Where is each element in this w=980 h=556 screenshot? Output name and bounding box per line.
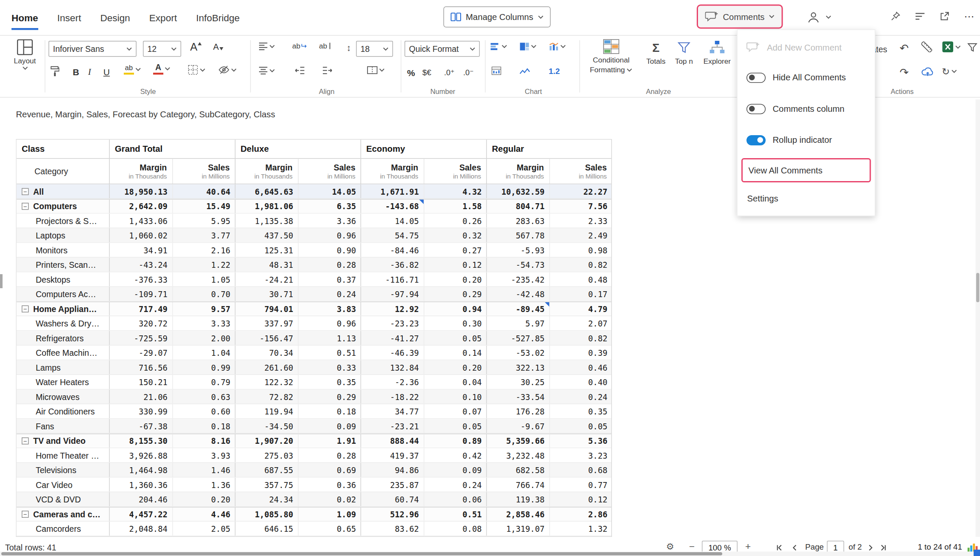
cell-tv-and-video-1[interactable]: 8.16 bbox=[172, 434, 235, 448]
decrease-decimal-button[interactable]: .0⁻ bbox=[463, 66, 474, 79]
row-label-vcd-dvd[interactable]: VCD & DVD bbox=[17, 492, 109, 506]
cell-computers-4[interactable]: -143.68 bbox=[361, 200, 424, 213]
column-group-economy[interactable]: Economy bbox=[361, 140, 487, 159]
cell-cameras-and-c-3[interactable]: 1.09 bbox=[298, 508, 361, 521]
conditional-formatting-button[interactable]: Conditional Formatting bbox=[587, 38, 635, 74]
cell-computers-6[interactable]: 804.71 bbox=[486, 200, 549, 213]
cell-tv-and-video-3[interactable]: 1.91 bbox=[298, 434, 361, 448]
toggle-comments-column[interactable] bbox=[746, 104, 766, 114]
cell-all-6[interactable]: 10,632.59 bbox=[486, 184, 549, 199]
more-options-icon[interactable]: ⋯ bbox=[964, 12, 974, 21]
cell-projectors-s-5[interactable]: 0.26 bbox=[423, 214, 486, 228]
cell-car-video-5[interactable]: 0.24 bbox=[423, 478, 486, 492]
cell-home-applian-3[interactable]: 3.83 bbox=[298, 302, 361, 316]
cell-televisions-6[interactable]: 682.58 bbox=[486, 463, 549, 477]
comments-button[interactable]: Comments bbox=[697, 5, 783, 29]
cell-lamps-3[interactable]: 0.33 bbox=[298, 360, 361, 374]
redo-icon[interactable]: ↷ bbox=[900, 66, 909, 79]
cell-washers-dry-6[interactable]: 5.97 bbox=[486, 316, 549, 330]
horizontal-align-button[interactable] bbox=[259, 42, 275, 51]
cell-laptops-4[interactable]: 54.75 bbox=[361, 228, 424, 242]
cell-computers-7[interactable]: 7.56 bbox=[549, 200, 612, 213]
collapse-icon[interactable]: − bbox=[22, 437, 29, 445]
undo-icon[interactable]: ↶ bbox=[900, 42, 909, 55]
merge-cells-button[interactable] bbox=[367, 66, 385, 75]
cell-water-heaters-3[interactable]: 0.35 bbox=[298, 375, 361, 389]
cell-fans-7[interactable]: 0.05 bbox=[549, 419, 612, 433]
measure-header-regular-margin[interactable]: Marginin Thousands bbox=[486, 159, 549, 184]
zoom-in-button[interactable]: + bbox=[745, 541, 751, 552]
cell-lamps-5[interactable]: 0.20 bbox=[423, 360, 486, 374]
cell-washers-dry-4[interactable]: -23.23 bbox=[361, 316, 424, 330]
cell-car-video-1[interactable]: 1.36 bbox=[172, 478, 235, 492]
bold-button[interactable]: B bbox=[73, 66, 79, 79]
comments-menu-item-view-all-comments[interactable]: View All Comments bbox=[738, 156, 875, 185]
cell-water-heaters-1[interactable]: 0.79 bbox=[172, 375, 235, 389]
cell-printers-scan-4[interactable]: -36.82 bbox=[361, 258, 424, 272]
sort-lines-icon[interactable] bbox=[915, 12, 925, 21]
cell-cameras-and-c-0[interactable]: 4,457.22 bbox=[109, 508, 172, 521]
cell-washers-dry-7[interactable]: 2.07 bbox=[549, 316, 612, 330]
row-dimension-header[interactable]: Category bbox=[17, 159, 109, 184]
cell-microwaves-0[interactable]: 21.06 bbox=[109, 390, 172, 404]
cell-desktops-3[interactable]: 0.37 bbox=[298, 272, 361, 287]
pin-icon[interactable] bbox=[891, 11, 900, 21]
cell-televisions-5[interactable]: 0.09 bbox=[423, 463, 486, 477]
cell-air-conditioners-7[interactable]: 0.35 bbox=[549, 404, 612, 418]
cell-monitors-0[interactable]: 34.91 bbox=[109, 243, 172, 257]
cell-air-conditioners-4[interactable]: 34.77 bbox=[361, 404, 424, 418]
row-label-car-video[interactable]: Car Video bbox=[17, 478, 109, 492]
column-group-regular[interactable]: Regular bbox=[486, 140, 612, 159]
cell-vcd-dvd-5[interactable]: 0.06 bbox=[423, 492, 486, 506]
cell-televisions-2[interactable]: 687.55 bbox=[235, 463, 298, 477]
cell-vcd-dvd-0[interactable]: 204.46 bbox=[109, 492, 172, 506]
cell-all-0[interactable]: 18,950.13 bbox=[109, 184, 172, 199]
cell-microwaves-2[interactable]: 72.82 bbox=[235, 390, 298, 404]
layout-button[interactable]: Layout bbox=[10, 39, 40, 71]
row-label-fans[interactable]: Fans bbox=[17, 419, 109, 433]
menu-tab-design[interactable]: Design bbox=[100, 0, 130, 36]
cell-fans-0[interactable]: -67.38 bbox=[109, 419, 172, 433]
cell-cameras-and-c-6[interactable]: 2,858.46 bbox=[486, 508, 549, 521]
row-label-cameras-and-c[interactable]: −Cameras and c… bbox=[17, 508, 109, 521]
cell-printers-scan-2[interactable]: 48.31 bbox=[235, 258, 298, 272]
cell-washers-dry-1[interactable]: 3.33 bbox=[172, 316, 235, 330]
toggle-hide-all-comments[interactable] bbox=[746, 72, 766, 82]
cell-computers-ac-7[interactable]: 0.17 bbox=[549, 287, 612, 301]
cell-air-conditioners-5[interactable]: 0.07 bbox=[423, 404, 486, 418]
font-color-button[interactable]: A bbox=[153, 63, 171, 75]
increase-font-button[interactable]: A bbox=[190, 42, 202, 53]
menu-tab-insert[interactable]: Insert bbox=[57, 0, 81, 36]
row-height-select[interactable]: 18 bbox=[356, 41, 393, 57]
cell-lamps-0[interactable]: 716.56 bbox=[109, 360, 172, 374]
measure-header-deluxe-sales[interactable]: Salesin Millions bbox=[298, 159, 361, 184]
cell-desktops-4[interactable]: -116.71 bbox=[361, 272, 424, 287]
cell-televisions-1[interactable]: 1.46 bbox=[172, 463, 235, 477]
cell-refrigerators-6[interactable]: -527.85 bbox=[486, 331, 549, 345]
row-label-washers-dry[interactable]: Washers & Dry… bbox=[17, 316, 109, 330]
cell-camcorders-4[interactable]: 83.62 bbox=[361, 522, 424, 536]
cell-monitors-2[interactable]: 125.31 bbox=[235, 243, 298, 257]
cell-air-conditioners-6[interactable]: 176.28 bbox=[486, 404, 549, 418]
menu-tab-infobridge[interactable]: InfoBridge bbox=[196, 0, 240, 36]
cell-projectors-s-2[interactable]: 1,135.38 bbox=[235, 214, 298, 228]
collapse-icon[interactable]: − bbox=[22, 306, 29, 313]
cell-desktops-6[interactable]: -235.42 bbox=[486, 272, 549, 287]
cell-lamps-6[interactable]: 322.13 bbox=[486, 360, 549, 374]
row-label-desktops[interactable]: Desktops bbox=[17, 272, 109, 287]
cell-printers-scan-3[interactable]: 0.28 bbox=[298, 258, 361, 272]
cell-computers-1[interactable]: 15.49 bbox=[172, 200, 235, 213]
cell-computers-ac-3[interactable]: 0.24 bbox=[298, 287, 361, 301]
row-label-home-theater[interactable]: Home Theater … bbox=[17, 448, 109, 462]
combo-chart-button[interactable] bbox=[549, 42, 566, 51]
percent-format-button[interactable]: % bbox=[407, 66, 415, 79]
cell-chart-icon[interactable] bbox=[491, 66, 501, 75]
highlight-color-button[interactable]: ab bbox=[124, 65, 141, 75]
cell-coffee-machin-4[interactable]: -46.39 bbox=[361, 346, 424, 360]
cell-fans-6[interactable]: -9.67 bbox=[486, 419, 549, 433]
cell-desktops-5[interactable]: 0.20 bbox=[423, 272, 486, 287]
cell-car-video-2[interactable]: 357.75 bbox=[235, 478, 298, 492]
cell-cameras-and-c-2[interactable]: 1,085.80 bbox=[235, 508, 298, 521]
cell-microwaves-6[interactable]: -33.54 bbox=[486, 390, 549, 404]
cell-water-heaters-2[interactable]: 122.32 bbox=[235, 375, 298, 389]
